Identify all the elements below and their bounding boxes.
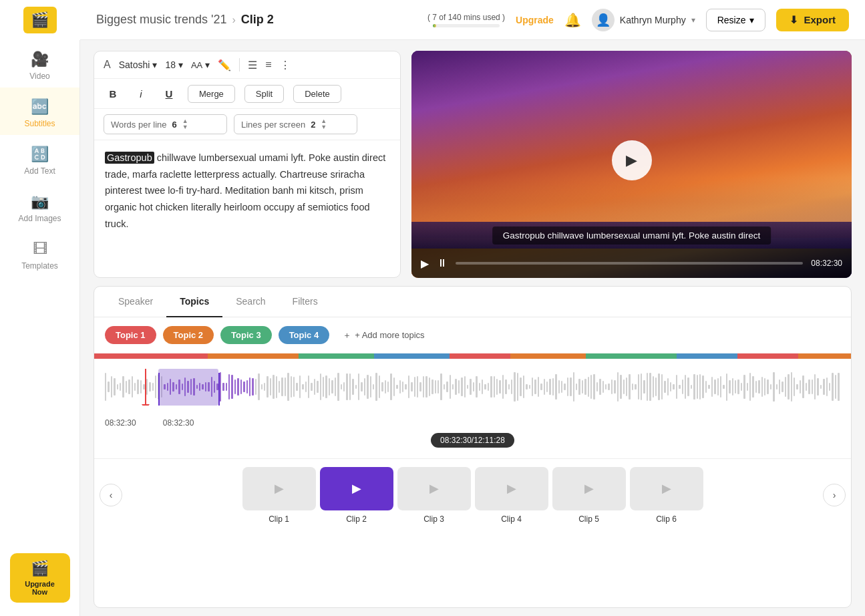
waveform-bar bbox=[773, 372, 774, 401]
add-topic-button[interactable]: ＋ + Add more topics bbox=[336, 325, 431, 345]
tabs-row: Speaker Topics Search Filters bbox=[94, 287, 851, 317]
words-per-line-stepper[interactable]: ▲▼ bbox=[182, 118, 188, 130]
waveform-bar bbox=[649, 373, 651, 402]
font-size-selector[interactable]: 18 ▾ bbox=[165, 59, 183, 70]
topic-1-tag[interactable]: Topic 1 bbox=[105, 326, 156, 344]
bell-icon[interactable]: 🔔 bbox=[564, 12, 581, 28]
waveform-bar bbox=[605, 384, 607, 390]
waveform-bar bbox=[423, 376, 424, 398]
main-area: Biggest music trends '21 › Clip 2 ( 7 of… bbox=[80, 0, 865, 616]
waveform-bar bbox=[829, 383, 830, 391]
topic-3-tag[interactable]: Topic 3 bbox=[220, 326, 272, 344]
chevron-down-icon[interactable]: ▾ bbox=[691, 15, 695, 25]
colorbar-segment bbox=[208, 353, 299, 359]
clip-label: Clip 2 bbox=[346, 514, 367, 524]
waveform-bar bbox=[508, 384, 510, 390]
waveform-bar bbox=[679, 385, 680, 390]
waveform-bar bbox=[464, 376, 466, 397]
app-logo[interactable]: 🎬 bbox=[0, 0, 80, 40]
tab-search-label: Search bbox=[236, 296, 265, 307]
delete-button[interactable]: Delete bbox=[293, 85, 341, 103]
tab-topics[interactable]: Topics bbox=[166, 287, 222, 317]
waveform-bar bbox=[450, 375, 451, 399]
align-left-icon[interactable]: ☰ bbox=[248, 59, 257, 71]
lines-per-screen-stepper[interactable]: ▲▼ bbox=[321, 118, 327, 130]
color-picker-icon[interactable]: ✏️ bbox=[218, 59, 231, 71]
resize-button[interactable]: Resize ▾ bbox=[706, 9, 766, 31]
video-play-button[interactable]: ▶ bbox=[612, 140, 652, 180]
editor-body[interactable]: Gastropub chillwave lumbersexual umami l… bbox=[94, 140, 400, 241]
waveform-bar bbox=[470, 379, 471, 395]
clip-item[interactable]: ▶Clip 3 bbox=[397, 467, 471, 524]
bold-button[interactable]: B bbox=[104, 84, 122, 103]
upgrade-link[interactable]: Upgrade bbox=[516, 15, 554, 25]
breadcrumb-parent[interactable]: Biggest music trends '21 bbox=[96, 13, 227, 27]
waveform-bar bbox=[140, 380, 142, 394]
video-progress-bar[interactable] bbox=[456, 262, 803, 265]
split-button[interactable]: Split bbox=[244, 85, 284, 103]
sidebar-item-templates[interactable]: 🎞 Templates bbox=[0, 230, 79, 277]
timeline-colorbar bbox=[94, 353, 851, 359]
waveform-bar bbox=[702, 375, 703, 398]
waveform-bar bbox=[661, 374, 663, 400]
waveform-bar bbox=[647, 373, 648, 401]
waveform-bar bbox=[814, 374, 816, 400]
clip-item[interactable]: ▶Clip 1 bbox=[242, 467, 316, 524]
font-selector[interactable]: Satoshi ▾ bbox=[119, 59, 158, 70]
waveform-bar bbox=[697, 375, 698, 400]
export-button[interactable]: ⬇ Export bbox=[776, 9, 849, 31]
sidebar-label-add-images: Add Images bbox=[18, 214, 61, 223]
waveform-bar bbox=[455, 379, 456, 395]
clips-next-button[interactable]: › bbox=[823, 484, 846, 506]
waveform-area[interactable] bbox=[94, 359, 851, 416]
sidebar-item-add-images[interactable]: 📷 Add Images bbox=[0, 182, 79, 230]
clip-item[interactable]: ▶Clip 5 bbox=[552, 467, 626, 524]
waveform-bar bbox=[670, 382, 671, 391]
waveform-bar bbox=[540, 383, 542, 390]
waveform-bar bbox=[767, 379, 768, 395]
play-pause-button[interactable]: ▶ bbox=[421, 257, 429, 270]
waveform-bar bbox=[381, 382, 383, 392]
merge-button[interactable]: Merge bbox=[188, 85, 235, 103]
waveform-bar bbox=[317, 381, 318, 394]
waveform-bar bbox=[337, 373, 339, 402]
tab-filters[interactable]: Filters bbox=[279, 287, 331, 317]
waveform-bar bbox=[364, 378, 365, 396]
tab-speaker[interactable]: Speaker bbox=[105, 287, 166, 317]
font-scale-selector[interactable]: AA ▾ bbox=[191, 59, 210, 70]
waveform-bar bbox=[593, 374, 594, 399]
upgrade-icon: 🎬 bbox=[17, 560, 63, 577]
tab-search[interactable]: Search bbox=[222, 287, 279, 317]
sidebar: 🎬 🎥 Video 🔤 Subtitles 🔠 Add Text 📷 Add I… bbox=[0, 0, 80, 616]
sidebar-item-add-text[interactable]: 🔠 Add Text bbox=[0, 135, 79, 182]
underline-button[interactable]: U bbox=[160, 84, 178, 103]
words-per-line-field[interactable]: Words per line 6 ▲▼ bbox=[104, 114, 227, 134]
align-center-icon[interactable]: ≡ bbox=[265, 59, 271, 71]
waveform-bar bbox=[126, 381, 127, 393]
clip-item[interactable]: ▶Clip 2 bbox=[320, 467, 393, 524]
waveform-bar bbox=[488, 383, 489, 390]
topic-4-tag[interactable]: Topic 4 bbox=[279, 326, 330, 344]
topic-2-label: Topic 2 bbox=[174, 330, 204, 340]
sidebar-item-video[interactable]: 🎥 Video bbox=[0, 40, 79, 88]
waveform-bar bbox=[240, 379, 242, 395]
waveform-bar bbox=[438, 380, 439, 393]
clips-prev-button[interactable]: ‹ bbox=[100, 484, 122, 506]
clip-item[interactable]: ▶Clip 4 bbox=[475, 467, 548, 524]
pause-button[interactable]: ⏸ bbox=[437, 257, 448, 269]
topic-2-tag[interactable]: Topic 2 bbox=[163, 326, 214, 344]
export-download-icon: ⬇ bbox=[790, 14, 798, 26]
align-right-icon[interactable]: ⋮ bbox=[280, 59, 291, 71]
lines-per-screen-field[interactable]: Lines per screen 2 ▲▼ bbox=[234, 114, 357, 134]
waveform-bar bbox=[261, 384, 263, 389]
clip-item[interactable]: ▶Clip 6 bbox=[630, 467, 703, 524]
video-background: ▶ Gastropub chillwave lumbersexual umami… bbox=[411, 51, 852, 278]
waveform-bar bbox=[823, 379, 824, 394]
sidebar-item-subtitles[interactable]: 🔤 Subtitles bbox=[0, 88, 79, 135]
colorbar-segment bbox=[450, 353, 510, 359]
waveform-bar bbox=[685, 375, 686, 399]
upgrade-banner[interactable]: 🎬 Upgrade Now bbox=[10, 553, 70, 603]
italic-button[interactable]: i bbox=[132, 84, 150, 103]
clip-label: Clip 3 bbox=[423, 514, 444, 524]
editor-toolbar-row2: B i U Merge Split Delete bbox=[94, 79, 400, 109]
